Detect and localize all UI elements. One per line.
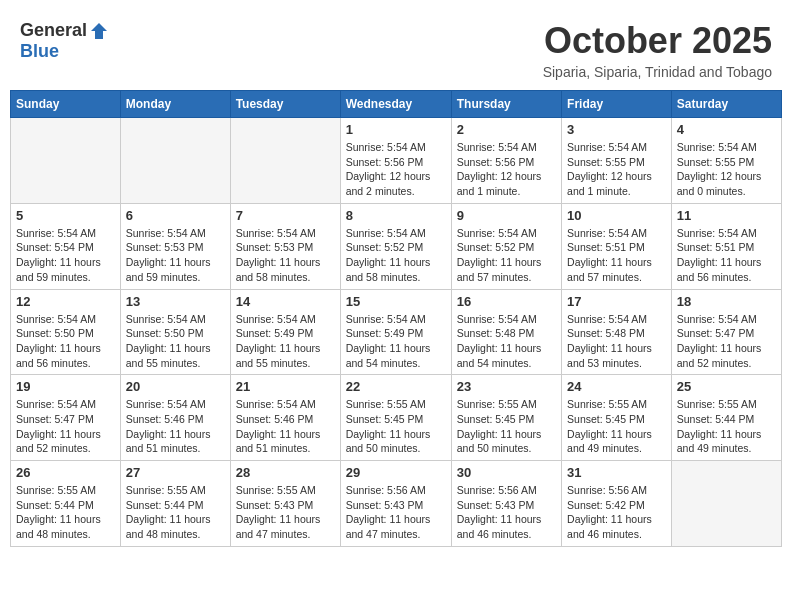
calendar-header-saturday: Saturday (671, 91, 781, 118)
calendar-header-sunday: Sunday (11, 91, 121, 118)
calendar-cell: 4Sunrise: 5:54 AMSunset: 5:55 PMDaylight… (671, 118, 781, 204)
day-info: Sunrise: 5:54 AMSunset: 5:52 PMDaylight:… (457, 226, 556, 285)
page-header: General Blue October 2025 Siparia, Sipar… (10, 10, 782, 85)
day-number: 19 (16, 379, 115, 394)
calendar-cell: 25Sunrise: 5:55 AMSunset: 5:44 PMDayligh… (671, 375, 781, 461)
day-number: 9 (457, 208, 556, 223)
logo-blue: Blue (20, 41, 59, 62)
calendar-cell: 12Sunrise: 5:54 AMSunset: 5:50 PMDayligh… (11, 289, 121, 375)
day-info: Sunrise: 5:54 AMSunset: 5:52 PMDaylight:… (346, 226, 446, 285)
calendar-cell: 23Sunrise: 5:55 AMSunset: 5:45 PMDayligh… (451, 375, 561, 461)
calendar-cell: 29Sunrise: 5:56 AMSunset: 5:43 PMDayligh… (340, 461, 451, 547)
calendar-week-4: 19Sunrise: 5:54 AMSunset: 5:47 PMDayligh… (11, 375, 782, 461)
logo: General Blue (20, 20, 109, 62)
calendar-cell: 3Sunrise: 5:54 AMSunset: 5:55 PMDaylight… (562, 118, 672, 204)
day-number: 28 (236, 465, 335, 480)
calendar-header-row: SundayMondayTuesdayWednesdayThursdayFrid… (11, 91, 782, 118)
calendar-cell: 11Sunrise: 5:54 AMSunset: 5:51 PMDayligh… (671, 203, 781, 289)
day-number: 21 (236, 379, 335, 394)
day-number: 3 (567, 122, 666, 137)
calendar-header-tuesday: Tuesday (230, 91, 340, 118)
calendar-cell: 22Sunrise: 5:55 AMSunset: 5:45 PMDayligh… (340, 375, 451, 461)
day-number: 11 (677, 208, 776, 223)
day-number: 1 (346, 122, 446, 137)
day-info: Sunrise: 5:55 AMSunset: 5:44 PMDaylight:… (126, 483, 225, 542)
day-info: Sunrise: 5:54 AMSunset: 5:53 PMDaylight:… (126, 226, 225, 285)
day-info: Sunrise: 5:54 AMSunset: 5:56 PMDaylight:… (346, 140, 446, 199)
calendar-cell: 10Sunrise: 5:54 AMSunset: 5:51 PMDayligh… (562, 203, 672, 289)
day-number: 10 (567, 208, 666, 223)
day-info: Sunrise: 5:54 AMSunset: 5:50 PMDaylight:… (126, 312, 225, 371)
calendar-cell: 8Sunrise: 5:54 AMSunset: 5:52 PMDaylight… (340, 203, 451, 289)
calendar-header-monday: Monday (120, 91, 230, 118)
calendar-cell: 28Sunrise: 5:55 AMSunset: 5:43 PMDayligh… (230, 461, 340, 547)
calendar-header-friday: Friday (562, 91, 672, 118)
calendar-cell: 18Sunrise: 5:54 AMSunset: 5:47 PMDayligh… (671, 289, 781, 375)
day-info: Sunrise: 5:55 AMSunset: 5:43 PMDaylight:… (236, 483, 335, 542)
day-info: Sunrise: 5:56 AMSunset: 5:43 PMDaylight:… (457, 483, 556, 542)
day-info: Sunrise: 5:54 AMSunset: 5:46 PMDaylight:… (126, 397, 225, 456)
day-number: 12 (16, 294, 115, 309)
day-number: 6 (126, 208, 225, 223)
day-number: 30 (457, 465, 556, 480)
calendar-table: SundayMondayTuesdayWednesdayThursdayFrid… (10, 90, 782, 547)
day-info: Sunrise: 5:54 AMSunset: 5:51 PMDaylight:… (567, 226, 666, 285)
calendar-cell: 20Sunrise: 5:54 AMSunset: 5:46 PMDayligh… (120, 375, 230, 461)
calendar-cell: 9Sunrise: 5:54 AMSunset: 5:52 PMDaylight… (451, 203, 561, 289)
day-number: 16 (457, 294, 556, 309)
day-info: Sunrise: 5:54 AMSunset: 5:53 PMDaylight:… (236, 226, 335, 285)
calendar-cell: 27Sunrise: 5:55 AMSunset: 5:44 PMDayligh… (120, 461, 230, 547)
day-info: Sunrise: 5:56 AMSunset: 5:43 PMDaylight:… (346, 483, 446, 542)
day-info: Sunrise: 5:54 AMSunset: 5:56 PMDaylight:… (457, 140, 556, 199)
day-number: 24 (567, 379, 666, 394)
calendar-cell: 13Sunrise: 5:54 AMSunset: 5:50 PMDayligh… (120, 289, 230, 375)
day-info: Sunrise: 5:54 AMSunset: 5:48 PMDaylight:… (567, 312, 666, 371)
day-number: 7 (236, 208, 335, 223)
calendar-cell: 24Sunrise: 5:55 AMSunset: 5:45 PMDayligh… (562, 375, 672, 461)
day-number: 29 (346, 465, 446, 480)
location-title: Siparia, Siparia, Trinidad and Tobago (543, 64, 772, 80)
day-info: Sunrise: 5:56 AMSunset: 5:42 PMDaylight:… (567, 483, 666, 542)
day-info: Sunrise: 5:55 AMSunset: 5:45 PMDaylight:… (567, 397, 666, 456)
day-number: 31 (567, 465, 666, 480)
title-section: October 2025 Siparia, Siparia, Trinidad … (543, 20, 772, 80)
day-info: Sunrise: 5:55 AMSunset: 5:44 PMDaylight:… (16, 483, 115, 542)
day-number: 15 (346, 294, 446, 309)
calendar-cell: 17Sunrise: 5:54 AMSunset: 5:48 PMDayligh… (562, 289, 672, 375)
svg-marker-0 (91, 23, 107, 39)
calendar-cell: 30Sunrise: 5:56 AMSunset: 5:43 PMDayligh… (451, 461, 561, 547)
calendar-header-thursday: Thursday (451, 91, 561, 118)
calendar-cell: 19Sunrise: 5:54 AMSunset: 5:47 PMDayligh… (11, 375, 121, 461)
day-number: 20 (126, 379, 225, 394)
calendar-week-3: 12Sunrise: 5:54 AMSunset: 5:50 PMDayligh… (11, 289, 782, 375)
month-title: October 2025 (543, 20, 772, 62)
day-info: Sunrise: 5:54 AMSunset: 5:49 PMDaylight:… (346, 312, 446, 371)
day-info: Sunrise: 5:54 AMSunset: 5:47 PMDaylight:… (677, 312, 776, 371)
day-number: 13 (126, 294, 225, 309)
calendar-cell: 14Sunrise: 5:54 AMSunset: 5:49 PMDayligh… (230, 289, 340, 375)
calendar-cell: 2Sunrise: 5:54 AMSunset: 5:56 PMDaylight… (451, 118, 561, 204)
calendar-cell: 1Sunrise: 5:54 AMSunset: 5:56 PMDaylight… (340, 118, 451, 204)
day-info: Sunrise: 5:55 AMSunset: 5:44 PMDaylight:… (677, 397, 776, 456)
calendar-cell (120, 118, 230, 204)
day-number: 26 (16, 465, 115, 480)
day-number: 22 (346, 379, 446, 394)
logo-general: General (20, 20, 87, 41)
day-info: Sunrise: 5:54 AMSunset: 5:48 PMDaylight:… (457, 312, 556, 371)
calendar-week-1: 1Sunrise: 5:54 AMSunset: 5:56 PMDaylight… (11, 118, 782, 204)
calendar-week-2: 5Sunrise: 5:54 AMSunset: 5:54 PMDaylight… (11, 203, 782, 289)
day-number: 18 (677, 294, 776, 309)
day-number: 27 (126, 465, 225, 480)
calendar-cell: 6Sunrise: 5:54 AMSunset: 5:53 PMDaylight… (120, 203, 230, 289)
calendar-cell (11, 118, 121, 204)
day-number: 14 (236, 294, 335, 309)
calendar-cell: 31Sunrise: 5:56 AMSunset: 5:42 PMDayligh… (562, 461, 672, 547)
logo-icon (89, 21, 109, 41)
calendar-cell: 21Sunrise: 5:54 AMSunset: 5:46 PMDayligh… (230, 375, 340, 461)
calendar-cell: 15Sunrise: 5:54 AMSunset: 5:49 PMDayligh… (340, 289, 451, 375)
day-info: Sunrise: 5:54 AMSunset: 5:47 PMDaylight:… (16, 397, 115, 456)
day-info: Sunrise: 5:54 AMSunset: 5:49 PMDaylight:… (236, 312, 335, 371)
calendar-cell (230, 118, 340, 204)
day-info: Sunrise: 5:54 AMSunset: 5:55 PMDaylight:… (567, 140, 666, 199)
day-number: 4 (677, 122, 776, 137)
